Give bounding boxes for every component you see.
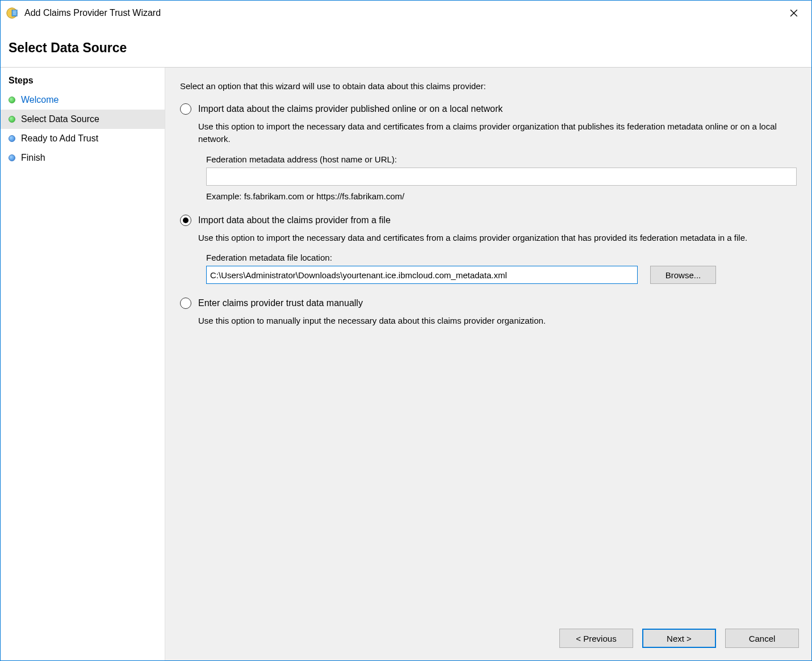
page-header: Select Data Source — [1, 26, 811, 67]
radio-selected-icon — [183, 217, 189, 223]
metadata-file-group: Federation metadata file location: Brows… — [206, 253, 797, 284]
body-area: Steps Welcome Select Data Source Ready t… — [1, 67, 811, 660]
window-title: Add Claims Provider Trust Wizard — [24, 8, 781, 18]
radio-row-manual[interactable]: Enter claims provider trust data manuall… — [180, 298, 797, 309]
sidebar-item-label: Ready to Add Trust — [21, 133, 98, 144]
browse-button[interactable]: Browse... — [650, 266, 716, 284]
option-manual: Enter claims provider trust data manuall… — [180, 298, 797, 327]
previous-button[interactable]: < Previous — [559, 629, 633, 648]
step-pending-icon — [9, 135, 15, 142]
option-description: Use this option to import the necessary … — [198, 120, 797, 145]
field-label: Federation metadata file location: — [206, 253, 797, 262]
close-button[interactable] — [781, 4, 807, 22]
example-text: Example: fs.fabrikam.com or https://fs.f… — [206, 191, 797, 201]
metadata-address-input[interactable] — [206, 168, 797, 186]
option-label: Enter claims provider trust data manuall… — [198, 298, 363, 308]
step-done-icon — [9, 116, 15, 123]
main-content: Select an option that this wizard will u… — [165, 68, 811, 618]
sidebar-item-ready-to-add-trust[interactable]: Ready to Add Trust — [1, 129, 165, 148]
metadata-address-group: Federation metadata address (host name o… — [206, 154, 797, 186]
file-input-row: Browse... — [206, 266, 797, 284]
metadata-file-input[interactable] — [206, 266, 638, 284]
option-label: Import data about the claims provider fr… — [198, 215, 391, 225]
option-description: Use this option to manually input the ne… — [198, 315, 797, 327]
app-icon — [5, 6, 19, 20]
steps-sidebar: Steps Welcome Select Data Source Ready t… — [1, 68, 165, 660]
radio-row-import-file[interactable]: Import data about the claims provider fr… — [180, 215, 797, 226]
radio-icon — [180, 298, 191, 309]
option-import-online: Import data about the claims provider pu… — [180, 103, 797, 201]
sidebar-item-label: Select Data Source — [21, 114, 99, 124]
next-button[interactable]: Next > — [642, 629, 716, 648]
main-panel: Select an option that this wizard will u… — [165, 68, 811, 660]
option-description: Use this option to import the necessary … — [198, 232, 797, 244]
radio-row-import-online[interactable]: Import data about the claims provider pu… — [180, 103, 797, 115]
wizard-window: Add Claims Provider Trust Wizard Select … — [0, 0, 812, 661]
step-done-icon — [9, 97, 15, 103]
sidebar-item-welcome[interactable]: Welcome — [1, 90, 165, 110]
cancel-button[interactable]: Cancel — [725, 629, 799, 648]
sidebar-item-label: Finish — [21, 153, 45, 163]
option-label: Import data about the claims provider pu… — [198, 104, 503, 114]
option-import-file: Import data about the claims provider fr… — [180, 215, 797, 285]
sidebar-item-select-data-source[interactable]: Select Data Source — [1, 110, 165, 129]
sidebar-item-finish[interactable]: Finish — [1, 148, 165, 168]
radio-icon — [180, 215, 191, 226]
step-pending-icon — [9, 154, 15, 161]
close-icon — [790, 9, 798, 17]
radio-icon — [180, 103, 191, 115]
button-bar: < Previous Next > Cancel — [165, 618, 811, 660]
intro-text: Select an option that this wizard will u… — [180, 81, 797, 91]
page-title: Select Data Source — [9, 40, 811, 56]
titlebar: Add Claims Provider Trust Wizard — [1, 1, 811, 26]
field-label: Federation metadata address (host name o… — [206, 154, 797, 164]
sidebar-heading: Steps — [1, 72, 165, 90]
sidebar-item-label: Welcome — [21, 95, 58, 105]
